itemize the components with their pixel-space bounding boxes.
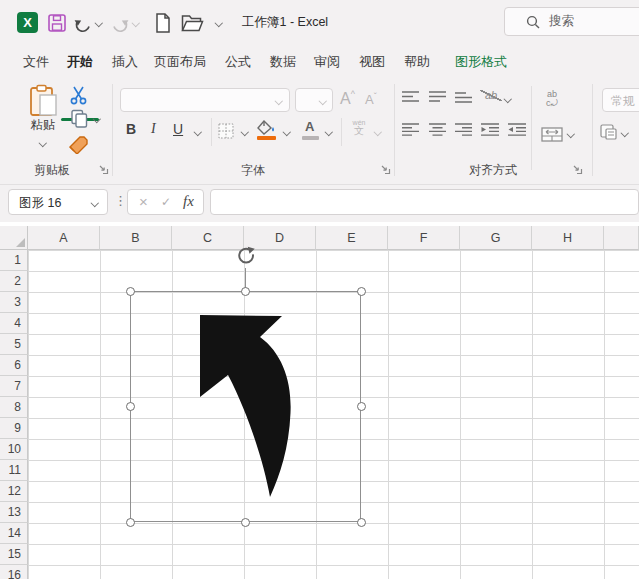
row-header-3[interactable]: 3 (0, 292, 28, 313)
handle-mid-right[interactable] (357, 402, 366, 411)
increase-indent-icon[interactable] (508, 123, 526, 137)
align-bottom-icon[interactable] (455, 91, 472, 104)
row-header-13[interactable]: 13 (0, 502, 28, 523)
align-middle-icon[interactable] (429, 91, 446, 104)
search-box[interactable]: 搜索 (504, 7, 639, 36)
align-center-icon[interactable] (429, 123, 446, 137)
save-icon[interactable] (46, 12, 68, 34)
undo-dropdown-chevron[interactable] (95, 20, 103, 28)
conditional-format-chevron[interactable] (621, 130, 629, 138)
tab-formulas[interactable]: 公式 (216, 45, 260, 78)
bold-button[interactable]: B (126, 121, 136, 137)
paste-button[interactable]: 粘贴 (22, 119, 64, 132)
row-header-8[interactable]: 8 (0, 397, 28, 418)
col-header-g[interactable]: G (460, 226, 532, 250)
row-header-10[interactable]: 10 (0, 439, 28, 460)
orientation-chevron[interactable] (504, 96, 512, 104)
col-header-f[interactable]: F (388, 226, 460, 250)
font-color-icon[interactable]: A (305, 119, 314, 134)
handle-top-right[interactable] (357, 287, 366, 296)
handle-bottom-center[interactable] (241, 518, 250, 527)
font-name-combo[interactable] (120, 88, 290, 112)
borders-icon[interactable] (218, 123, 234, 139)
shrink-font-button: Aˇ (365, 91, 377, 107)
row-header-9[interactable]: 9 (0, 418, 28, 439)
search-icon (526, 15, 540, 29)
tab-file[interactable]: 文件 (14, 45, 58, 78)
name-box-chevron[interactable] (91, 200, 99, 208)
formula-bar-resizer[interactable]: ⋮ (114, 193, 127, 208)
clipboard-dialog-launcher-icon[interactable] (98, 164, 109, 175)
shape-selection-outline (130, 291, 361, 522)
underline-dropdown-chevron[interactable] (194, 129, 202, 137)
ribbon-tab-row: 文件 开始 插入 页面布局 公式 数据 审阅 视图 帮助 图形格式 (0, 45, 639, 78)
copy-dropdown-chevron[interactable] (93, 116, 101, 124)
conditional-format-icon[interactable] (600, 124, 617, 140)
open-folder-icon[interactable] (181, 14, 204, 32)
italic-button[interactable]: I (151, 121, 156, 137)
underline-button[interactable]: U (173, 121, 183, 137)
font-color-chevron[interactable] (325, 129, 333, 137)
paste-dropdown-chevron[interactable] (39, 140, 47, 148)
decrease-indent-icon[interactable] (481, 123, 499, 137)
copy-icon[interactable] (70, 109, 89, 128)
tab-page-layout[interactable]: 页面布局 (147, 45, 213, 78)
row-header-1[interactable]: 1 (0, 250, 28, 271)
alignment-dialog-launcher-icon[interactable] (572, 164, 583, 175)
tab-graphics-format[interactable]: 图形格式 (443, 45, 519, 78)
row-header-16[interactable]: 16 (0, 565, 28, 579)
merge-center-chevron[interactable] (567, 131, 575, 139)
tab-help[interactable]: 帮助 (395, 45, 439, 78)
paste-clipboard-icon[interactable] (27, 84, 59, 118)
handle-top-center[interactable] (241, 287, 250, 296)
separator (211, 118, 212, 146)
col-header-e[interactable]: E (316, 226, 388, 250)
font-group-label: 字体 (113, 162, 393, 178)
borders-dropdown-chevron[interactable] (241, 129, 249, 137)
merge-center-icon[interactable] (541, 127, 563, 142)
new-file-icon[interactable] (153, 12, 173, 34)
row-header-4[interactable]: 4 (0, 313, 28, 334)
insert-function-icon[interactable]: fx (183, 193, 194, 210)
handle-bottom-right[interactable] (357, 518, 366, 527)
orientation-icon[interactable]: ab (480, 90, 502, 101)
font-dialog-launcher-icon[interactable] (380, 164, 391, 175)
row-header-2[interactable]: 2 (0, 271, 28, 292)
font-size-combo[interactable] (295, 88, 333, 112)
fill-color-icon[interactable] (257, 120, 277, 135)
row-header-11[interactable]: 11 (0, 460, 28, 481)
wrap-text-icon[interactable]: ab c⤾ (540, 90, 564, 108)
format-painter-icon[interactable] (67, 134, 90, 154)
col-header-b[interactable]: B (100, 226, 172, 250)
rotate-handle-icon[interactable] (234, 244, 258, 268)
group-separator (592, 84, 593, 176)
row-header-14[interactable]: 14 (0, 523, 28, 544)
tab-insert[interactable]: 插入 (103, 45, 147, 78)
row-header-7[interactable]: 7 (0, 376, 28, 397)
row-header-12[interactable]: 12 (0, 481, 28, 502)
formula-input[interactable] (210, 189, 639, 215)
tab-data[interactable]: 数据 (261, 45, 305, 78)
handle-bottom-left[interactable] (126, 518, 135, 527)
row-header-15[interactable]: 15 (0, 544, 28, 565)
tab-home[interactable]: 开始 (58, 45, 102, 78)
handle-mid-left[interactable] (126, 402, 135, 411)
col-header-partial[interactable] (604, 226, 639, 250)
align-right-icon[interactable] (455, 123, 472, 137)
row-header-6[interactable]: 6 (0, 355, 28, 376)
tab-view[interactable]: 视图 (350, 45, 394, 78)
tab-review[interactable]: 审阅 (305, 45, 349, 78)
select-all-corner[interactable] (0, 226, 28, 250)
col-header-h[interactable]: H (532, 226, 604, 250)
name-box[interactable]: 图形 16 (8, 189, 108, 215)
align-top-icon[interactable] (402, 91, 419, 104)
number-format-value: 常规 (611, 93, 635, 110)
customize-quick-access-chevron[interactable] (215, 20, 223, 28)
fill-color-chevron[interactable] (283, 129, 291, 137)
cut-scissors-icon[interactable] (68, 86, 90, 105)
handle-top-left[interactable] (126, 287, 135, 296)
row-header-5[interactable]: 5 (0, 334, 28, 355)
undo-icon[interactable] (73, 13, 93, 33)
col-header-a[interactable]: A (28, 226, 100, 250)
align-left-icon[interactable] (402, 123, 419, 137)
